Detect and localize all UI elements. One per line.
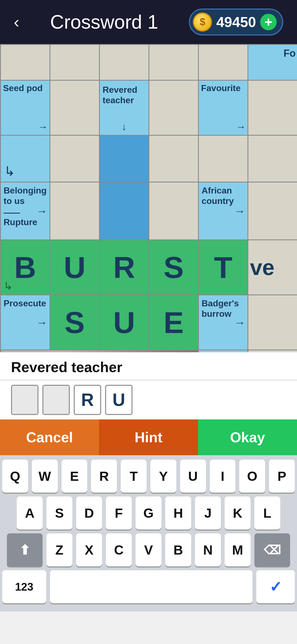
key-D[interactable]: D <box>76 496 102 530</box>
action-buttons: Cancel Hint Okay <box>0 419 297 455</box>
crossword-grid-area: Fo Seed pod Reveredteacher Favourite ↳ <box>0 44 297 352</box>
cell-3-1[interactable] <box>50 182 100 240</box>
key-Q[interactable]: Q <box>2 460 28 493</box>
coin-icon: $ <box>193 12 212 32</box>
cell-2-1[interactable] <box>50 135 100 182</box>
numbers-key[interactable]: 123 <box>2 570 46 603</box>
cell-0-2[interactable] <box>100 45 149 80</box>
cell-belonging[interactable]: Belongingto usRupture → <box>1 182 50 240</box>
key-K[interactable]: K <box>225 496 251 530</box>
letter-R[interactable]: R <box>100 240 148 294</box>
cell-4-2[interactable]: R <box>100 240 149 295</box>
key-T[interactable]: T <box>121 460 147 493</box>
coin-badge: $ 49450 + <box>189 9 283 36</box>
cell-2-3[interactable] <box>149 135 199 182</box>
letter-U[interactable]: U <box>50 240 99 294</box>
enter-key[interactable]: ✓ <box>256 570 295 603</box>
keyboard: Q W E R T Y U I O P A S D F G H J K L ⬆ … <box>0 455 297 612</box>
key-Y[interactable]: Y <box>150 460 176 493</box>
cell-0-5[interactable]: Fo <box>248 45 297 80</box>
key-S[interactable]: S <box>46 496 72 530</box>
cell-seed-pod[interactable]: Seed pod <box>1 80 50 135</box>
key-H[interactable]: H <box>165 496 191 530</box>
keyboard-row-4: 123 ✓ <box>2 570 295 603</box>
cell-4-3[interactable]: S <box>149 240 199 295</box>
key-O[interactable]: O <box>239 460 265 493</box>
cell-revered-teacher[interactable]: Reveredteacher <box>100 80 149 135</box>
hint-button[interactable]: Hint <box>99 419 198 455</box>
letter-E[interactable]: E <box>149 295 198 350</box>
cell-6-5[interactable] <box>248 350 297 353</box>
key-A[interactable]: A <box>17 496 43 530</box>
cell-4-1[interactable]: U <box>50 240 100 295</box>
answer-box-1[interactable] <box>11 385 38 415</box>
key-U[interactable]: U <box>180 460 206 493</box>
cell-5-2[interactable]: U <box>100 295 149 350</box>
back-button[interactable]: ‹ <box>14 14 19 30</box>
key-B[interactable]: B <box>165 533 191 566</box>
cell-3-5[interactable] <box>248 182 297 240</box>
key-R[interactable]: R <box>91 460 117 493</box>
key-C[interactable]: C <box>106 533 132 566</box>
cell-3-3[interactable] <box>149 182 199 240</box>
cell-african-country[interactable]: Africancountry → <box>199 182 248 240</box>
cell-1-3[interactable] <box>149 80 199 135</box>
key-V[interactable]: V <box>136 533 161 566</box>
cell-1-5[interactable] <box>248 80 297 135</box>
cell-0-3[interactable] <box>149 45 199 80</box>
key-P[interactable]: P <box>269 460 295 493</box>
answer-box-4[interactable]: U <box>105 385 133 415</box>
letter-U2[interactable]: U <box>100 295 148 350</box>
cell-2-0[interactable]: ↳ <box>1 135 50 182</box>
shift-key[interactable]: ⬆ <box>7 533 43 566</box>
key-L[interactable]: L <box>254 496 280 530</box>
clue-seed-pod: Seed pod <box>1 81 50 95</box>
cell-prosecute[interactable]: Prosecute → <box>1 295 50 350</box>
clue-favourite: Favourite <box>199 81 248 95</box>
cell-badgers-burrow[interactable]: Badger'sburrow → <box>199 295 248 350</box>
letter-S2[interactable]: S <box>50 295 99 350</box>
key-I[interactable]: I <box>210 460 236 493</box>
key-N[interactable]: N <box>195 533 221 566</box>
letter-S[interactable]: S <box>149 240 198 294</box>
key-J[interactable]: J <box>195 496 221 530</box>
cell-5-3[interactable]: E <box>149 295 199 350</box>
answer-box-2[interactable] <box>42 385 70 415</box>
keyboard-row-1: Q W E R T Y U I O P <box>2 460 295 493</box>
key-M[interactable]: M <box>225 533 251 566</box>
cell-0-4[interactable] <box>199 45 248 80</box>
cell-3-2-blue[interactable] <box>100 182 149 240</box>
cell-model-hadid[interactable]: Model, _ Hadid, pictured <box>199 350 248 353</box>
cell-2-5[interactable] <box>248 135 297 182</box>
key-E[interactable]: E <box>62 460 87 493</box>
partial-fo-text: Fo <box>284 48 296 59</box>
cell-4-0[interactable]: ↳ B <box>1 240 50 295</box>
cancel-button[interactable]: Cancel <box>0 419 99 455</box>
key-Z[interactable]: Z <box>46 533 72 566</box>
cell-5-1[interactable]: S <box>50 295 100 350</box>
add-coins-button[interactable]: + <box>260 14 277 30</box>
cell-1-1[interactable] <box>50 80 100 135</box>
cell-0-0[interactable] <box>1 45 50 80</box>
okay-button[interactable]: Okay <box>198 419 297 455</box>
cell-2-2-blue[interactable] <box>100 135 149 182</box>
key-G[interactable]: G <box>136 496 161 530</box>
active-clue-text: Revered teacher <box>11 359 122 375</box>
keyboard-row-3: ⬆ Z X C V B N M ⌫ <box>2 533 295 566</box>
letter-T[interactable]: T <box>199 240 248 294</box>
photo-image <box>1 350 198 352</box>
key-F[interactable]: F <box>106 496 132 530</box>
key-W[interactable]: W <box>32 460 58 493</box>
cell-0-1[interactable] <box>50 45 100 80</box>
space-key[interactable] <box>50 570 252 603</box>
cell-5-5[interactable] <box>248 295 297 350</box>
cell-2-4[interactable] <box>199 135 248 182</box>
backspace-key[interactable]: ⌫ <box>254 533 290 566</box>
key-X[interactable]: X <box>76 533 102 566</box>
cell-4-5[interactable]: ve <box>248 240 297 295</box>
cell-favourite[interactable]: Favourite <box>199 80 248 135</box>
answer-box-3[interactable]: R <box>74 385 101 415</box>
cell-photo[interactable] <box>1 350 199 353</box>
cell-4-4[interactable]: T <box>199 240 248 295</box>
crossword-grid: Fo Seed pod Reveredteacher Favourite ↳ <box>0 44 297 352</box>
